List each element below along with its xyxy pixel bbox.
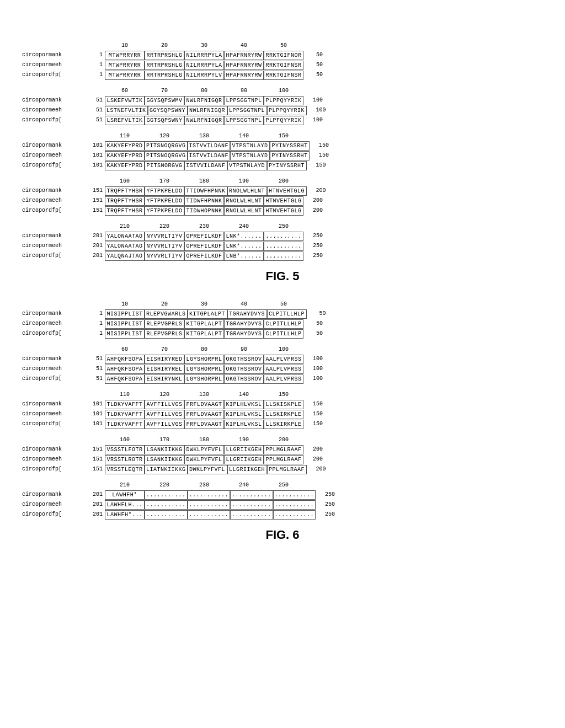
sequence-segment: HTNVEHTGLG [264, 206, 303, 216]
sequence-block: AHFQKFSOPAEISHIRYREDLGYSHORPRLOKGTHSSROV… [105, 355, 303, 364]
sequence-segment: ........... [273, 500, 316, 510]
sequence-label: circopordfp[ [22, 71, 88, 79]
ruler-number: 10 [105, 41, 145, 50]
sequence-row: circopormeeh151VRSSTLROTRLSANKIIKKGDWKLP… [22, 455, 543, 464]
sequence-start-num: 1 [88, 319, 105, 328]
align-section: 60708090100circopormank51LSKEFVWTIKGGYSQ… [22, 87, 543, 125]
sequence-segment: TRQPFTYHSR [105, 196, 145, 206]
sequence-row: circopordfp[151VRSSTLEQTRLIATNKIIKKGDWKL… [22, 465, 543, 474]
sequence-segment: PITSNOQRGVG [145, 141, 188, 151]
sequence-segment: RRTRPRSHLG [145, 61, 184, 70]
sequence-end-num: 50 [303, 319, 323, 328]
ruler-row: 210220230240250 [22, 222, 543, 231]
ruler-number: 230 [184, 481, 224, 489]
sequence-segment: MTWPRRYRR [105, 61, 145, 70]
sequence-segment: GGTSQPSWNY [145, 116, 184, 125]
sequence-start-num: 51 [88, 106, 105, 114]
sequence-segment: PITSNOQRGVG [145, 151, 188, 160]
ruler-number: 50 [264, 41, 303, 50]
sequence-label: circopormank [22, 232, 88, 240]
sequence-segment: RRKTGIFNSR [264, 61, 303, 70]
sequence-segment: LAWHFH* [105, 490, 145, 500]
sequence-segment: AVFFILLVGS [145, 420, 184, 429]
ruler-number: 240 [224, 481, 264, 489]
sequence-row: circopormeeh51AHFQKFSOPAEISHIRYRELLGYSHO… [22, 365, 543, 374]
sequence-segment: TGRAHYDVYS [227, 309, 267, 319]
sequence-end-num: 200 [307, 465, 326, 473]
sequence-segment: AHFQKFSOPA [105, 355, 145, 364]
sequence-segment: DWKLPYFVFL [188, 465, 227, 474]
sequence-start-num: 51 [88, 365, 105, 373]
sequence-segment: NYVVRLTIYV [145, 251, 184, 261]
sequence-label: circopormank [22, 186, 88, 195]
ruler-number: 210 [105, 481, 145, 489]
sequence-segment: .......... [264, 242, 303, 251]
sequence-segment: PYINYSSRHT [270, 151, 310, 160]
sequence-end-num: 50 [303, 329, 323, 338]
sequence-segment: ........... [230, 510, 273, 520]
sequence-label: circopordfp[ [22, 465, 88, 473]
ruler-number: 90 [224, 87, 264, 95]
sequence-start-num: 101 [88, 161, 105, 169]
ruler-number: 220 [145, 222, 184, 231]
ruler-number: 200 [264, 436, 303, 444]
ruler-number: 100 [264, 345, 303, 354]
sequence-segment: ........... [230, 490, 273, 500]
sequence-segment: HTNVEHTGLG [264, 196, 303, 206]
ruler-number: 130 [184, 390, 224, 399]
sequence-segment: MISIPPLIST [105, 319, 145, 329]
sequence-block: LAWHFH*.................................… [105, 510, 316, 520]
align-section: 1020304050circopormank1MISIPPLISTRLEPVGW… [22, 300, 543, 339]
sequence-segment: EISHIRYREL [145, 365, 184, 374]
sequence-start-num: 51 [88, 355, 105, 363]
sequence-segment: ........... [145, 500, 188, 510]
sequence-label: circopormank [22, 490, 88, 499]
sequence-end-num: 150 [303, 410, 323, 418]
sequence-segment: YALONAATAO [105, 242, 145, 251]
sequence-end-num: 200 [307, 186, 326, 195]
sequence-label: circopormank [22, 51, 88, 59]
sequence-segment: LGYSHORPRL [184, 355, 224, 364]
sequence-block: KAKYEFYPRDPITSNOQRGVGISTVVILDANFVTPSTNLA… [105, 151, 310, 160]
sequence-row: circopormeeh151TRQPFTYHSRYFTPKPELDOTIDWF… [22, 196, 543, 206]
sequence-segment: NYVVRLTIYV [145, 232, 184, 241]
align-section: 210220230240250circopormank201YALONAATAO… [22, 222, 543, 261]
sequence-segment: KIPLHLVKSL [224, 420, 264, 429]
sequence-segment: EISHIRYRED [145, 355, 184, 364]
sequence-start-num: 1 [88, 71, 105, 79]
ruler-number: 80 [184, 345, 224, 354]
sequence-segment: GGYSQPSWMV [145, 96, 184, 105]
sequence-segment: KAKYEFYPRD [105, 161, 145, 170]
sequence-start-num: 151 [88, 445, 105, 453]
sequence-segment: RLEPVGPRLS [145, 329, 184, 339]
sequence-segment: VSSSTLFOTR [105, 445, 145, 454]
sequence-segment: LLGRIIKGEH [224, 455, 264, 464]
sequence-segment: NWLRFNIGQR [184, 96, 224, 105]
ruler-number: 230 [184, 222, 224, 231]
sequence-end-num: 50 [307, 309, 326, 318]
sequence-segment: PITSNORGVG [145, 161, 184, 170]
ruler-number: 190 [224, 177, 264, 185]
sequence-segment: MISIPPLIST [105, 329, 145, 339]
sequence-end-num: 250 [316, 490, 335, 499]
sequence-start-num: 201 [88, 232, 105, 240]
ruler-number: 240 [224, 222, 264, 231]
figure-title: FIG. 5 [22, 269, 543, 283]
sequence-block: LAWHFLH.................................… [105, 500, 316, 510]
sequence-segment: ISTVVILDANF [188, 151, 231, 160]
sequence-label: circopormeeh [22, 106, 88, 114]
sequence-segment: OPREFILKDF [184, 242, 224, 251]
sequence-row: circopordfp[51AHFQKFSOPAEISHIRYNKLLGYSHO… [22, 374, 543, 384]
sequence-row: circopormeeh101TLDKYVAFFTAVFFILLVGSFRFLD… [22, 410, 543, 419]
sequence-start-num: 101 [88, 420, 105, 428]
sequence-end-num: 200 [303, 445, 323, 453]
sequence-segment: RLEPVGWARLS [145, 309, 188, 319]
sequence-segment: RNOLWLHLNT [224, 206, 264, 216]
sequence-label: circopordfp[ [22, 374, 88, 383]
ruler-number: 40 [224, 300, 264, 308]
sequence-segment: LNK*...... [224, 242, 264, 251]
sequence-segment: AALPLVPRSS [264, 365, 303, 374]
sequence-end-num: 200 [303, 196, 323, 205]
sequence-block: LSTNEFVLTIKGGYSQPSWNYNWLRFNIGQRLPPSGGTNP… [105, 106, 307, 115]
sequence-block: KAKYEFYPRDPITSNOQRGVGISTVVILDANFVTPSTNLA… [105, 141, 310, 151]
